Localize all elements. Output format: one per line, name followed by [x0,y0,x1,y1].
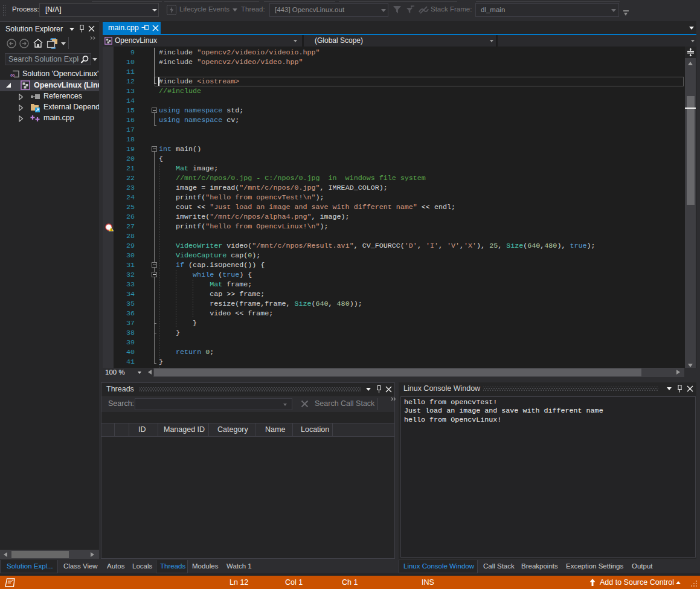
svg-text:∞: ∞ [10,71,15,79]
